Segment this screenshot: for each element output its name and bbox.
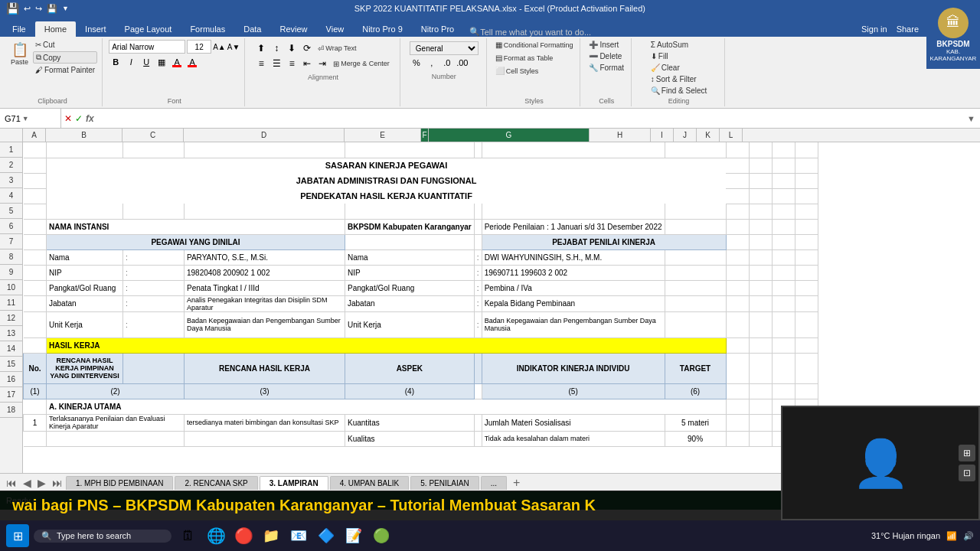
share-btn[interactable]: Share: [897, 24, 919, 34]
tab-home[interactable]: Home: [35, 21, 76, 37]
sort-filter-btn[interactable]: ↕Sort & Filter: [648, 74, 699, 84]
align-bottom-btn[interactable]: ⬇: [285, 41, 299, 55]
save-btn[interactable]: 💾: [47, 4, 57, 14]
col-header-j[interactable]: J: [674, 129, 697, 142]
copy-button[interactable]: ⧉ Copy: [33, 51, 97, 64]
wrap-text-btn[interactable]: ⏎Wrap Text: [315, 41, 358, 55]
decrease-font-btn[interactable]: A▼: [227, 43, 240, 51]
sheet-nav-last[interactable]: ⏭: [49, 477, 66, 489]
col-header-g[interactable]: G: [429, 129, 590, 142]
taskbar-icon-calendar[interactable]: 🗓: [176, 523, 201, 548]
cancel-formula-btn[interactable]: ✕: [64, 113, 72, 124]
sheet-tab-more[interactable]: ...: [481, 476, 507, 490]
col-header-f[interactable]: F: [421, 129, 429, 142]
video-btn-1[interactable]: ⊞: [959, 445, 975, 461]
search-box[interactable]: 🔍 Type here to search: [34, 530, 172, 543]
row-num-8[interactable]: 8: [0, 249, 22, 265]
cell-reference-box[interactable]: G71 ▼: [0, 109, 61, 128]
row-num-13[interactable]: 13: [0, 326, 22, 341]
col-header-h[interactable]: H: [590, 129, 651, 142]
insert-function-btn[interactable]: fx: [86, 113, 94, 124]
taskbar-icon-opera[interactable]: 🔴: [231, 523, 256, 548]
cell-styles-btn[interactable]: ⬜Cell Styles: [493, 66, 541, 76]
tab-nitro-pro[interactable]: Nitro Pro: [412, 21, 463, 37]
taskbar-icon-edge[interactable]: 🌐: [204, 523, 228, 548]
col-header-a[interactable]: A: [23, 129, 46, 142]
row-num-14[interactable]: 14: [0, 341, 22, 357]
clear-btn[interactable]: 🧹Clear: [648, 63, 682, 73]
row-num-1[interactable]: 1: [0, 142, 22, 158]
sign-in-btn[interactable]: Sign in: [861, 24, 887, 34]
row-num-12[interactable]: 12: [0, 311, 22, 326]
autosum-btn[interactable]: ΣAutoSum: [648, 40, 691, 50]
tell-me-input[interactable]: Tell me what you want to do...: [480, 28, 591, 37]
delete-cells-btn[interactable]: ➖Delete: [586, 51, 624, 61]
col-header-i[interactable]: I: [651, 129, 674, 142]
tab-review[interactable]: Review: [270, 21, 316, 37]
taskbar-icon-app1[interactable]: 🔷: [314, 523, 338, 548]
row-num-2[interactable]: 2: [0, 158, 22, 173]
row-num-16[interactable]: 16: [0, 372, 22, 387]
fill-btn[interactable]: ⬇Fill: [648, 51, 671, 61]
row-num-4[interactable]: 4: [0, 188, 22, 204]
find-select-btn[interactable]: 🔍Find & Select: [648, 86, 709, 96]
row-num-3[interactable]: 3: [0, 173, 22, 188]
row-num-9[interactable]: 9: [0, 265, 22, 280]
sheet-tab-5[interactable]: 5. PENILAIAN: [410, 476, 479, 490]
redo-btn[interactable]: ↪: [35, 4, 42, 14]
row-num-15[interactable]: 15: [0, 357, 22, 372]
font-color-button[interactable]: A: [185, 55, 199, 69]
col-header-e[interactable]: E: [345, 129, 421, 142]
col-header-c[interactable]: C: [122, 129, 184, 142]
tab-insert[interactable]: Insert: [76, 21, 116, 37]
taskbar-icon-excel[interactable]: 🟢: [369, 523, 394, 548]
conditional-formatting-btn[interactable]: ▦Conditional Formatting: [493, 40, 576, 50]
number-format-select[interactable]: General: [410, 41, 479, 55]
row-num-10[interactable]: 10: [0, 280, 22, 295]
row-num-17[interactable]: 17: [0, 387, 22, 403]
bold-button[interactable]: B: [109, 55, 122, 69]
insert-cells-btn[interactable]: ➕Insert: [586, 40, 621, 50]
sheet-nav-first[interactable]: ⏮: [3, 477, 20, 489]
increase-font-btn[interactable]: A▲: [213, 43, 226, 51]
sheet-tab-1[interactable]: 1. MPH BID PEMBINAAN: [66, 476, 173, 490]
undo-btn[interactable]: ↩: [24, 4, 31, 14]
increase-decimal-btn[interactable]: .0: [440, 56, 454, 70]
decrease-decimal-btn[interactable]: .00: [456, 56, 469, 70]
taskbar-icon-files[interactable]: 📁: [259, 523, 283, 548]
align-top-btn[interactable]: ⬆: [254, 41, 268, 55]
format-painter-button[interactable]: 🖌 Format Painter: [33, 65, 97, 75]
corner-cell[interactable]: [0, 129, 23, 142]
tab-nitro-pro9[interactable]: Nitro Pro 9: [353, 21, 412, 37]
col-header-l[interactable]: L: [720, 129, 743, 142]
taskbar-icon-word[interactable]: 📝: [341, 523, 366, 548]
fill-color-button[interactable]: A: [170, 55, 184, 69]
expand-formula-btn[interactable]: ▼: [962, 114, 980, 123]
sheet-nav-prev[interactable]: ◀: [20, 477, 34, 489]
align-left-btn[interactable]: ≡: [254, 57, 268, 70]
row-num-7[interactable]: 7: [0, 234, 22, 249]
cut-button[interactable]: ✂ Cut: [33, 40, 97, 50]
tab-data[interactable]: Data: [234, 21, 270, 37]
format-table-btn[interactable]: ▤Format as Table: [493, 53, 555, 63]
col-header-d[interactable]: D: [184, 129, 345, 142]
customize-btn[interactable]: ▼: [62, 5, 69, 12]
taskbar-speaker-icon[interactable]: 🔊: [963, 531, 974, 541]
decrease-indent-btn[interactable]: ⇤: [300, 57, 314, 70]
sheet-tab-4[interactable]: 4. UMPAN BALIK: [330, 476, 410, 490]
comma-btn[interactable]: ,: [425, 56, 439, 70]
start-button[interactable]: ⊞: [6, 524, 29, 547]
col-header-k[interactable]: K: [697, 129, 720, 142]
font-name-input[interactable]: [109, 40, 185, 54]
italic-button[interactable]: I: [124, 55, 138, 69]
border-button[interactable]: ▦: [155, 55, 168, 69]
font-size-input[interactable]: [187, 40, 211, 54]
percent-btn[interactable]: %: [410, 56, 423, 70]
align-center-btn[interactable]: ☰: [270, 57, 283, 70]
row-num-11[interactable]: 11: [0, 295, 22, 311]
col-header-b[interactable]: B: [46, 129, 122, 142]
taskbar-icon-email[interactable]: 📧: [286, 523, 311, 548]
confirm-formula-btn[interactable]: ✓: [75, 113, 83, 124]
increase-indent-btn[interactable]: ⇥: [315, 57, 329, 70]
sheet-tab-2[interactable]: 2. RENCANA SKP: [175, 476, 257, 490]
